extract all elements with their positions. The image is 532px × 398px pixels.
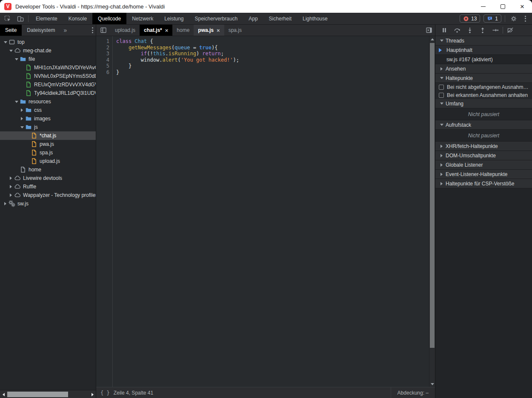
tree-item[interactable]: meg-chat.de [0, 46, 96, 55]
error-badge[interactable]: 13 [460, 14, 480, 23]
section-header-globale-listener[interactable]: Globale Listener [435, 160, 532, 170]
tree-item[interactable]: REUxQmVzRDVvVXV4dGVJN [0, 80, 96, 89]
line-number[interactable]: 2 [96, 45, 112, 51]
settings-gear-icon[interactable] [509, 14, 519, 23]
scrollbar-thumb[interactable] [7, 392, 68, 397]
line-number[interactable]: 4 [96, 57, 112, 63]
tree-item[interactable]: Ty94cldiekJRL1dPQ3l1UDVW [0, 89, 96, 97]
minimize-button[interactable] [473, 0, 493, 13]
code-line[interactable]: 1class Chat { [96, 38, 429, 45]
vertical-scrollbar[interactable] [429, 36, 435, 387]
section-header-umfang[interactable]: Umfang [435, 99, 532, 108]
section-header-ansehen[interactable]: Ansehen [435, 64, 532, 74]
issues-badge[interactable]: 1 [483, 14, 501, 23]
code-line[interactable]: 3 if(!this.isRunning) return; [96, 51, 429, 57]
scrollbar-thumb[interactable] [430, 43, 435, 348]
tree-item[interactable]: pwa.js [0, 140, 96, 148]
panel-collapse-left-icon[interactable] [96, 25, 111, 36]
chevron-collapsed-icon[interactable] [8, 193, 14, 197]
panel-tab-app[interactable]: App [243, 13, 263, 24]
scroll-up-icon[interactable] [429, 36, 435, 42]
section-header-xhr-fetch-haltepunkte[interactable]: XHR/fetch-Haltepunkte [435, 142, 532, 151]
editor-tab-chat.js[interactable]: chat.js*× [140, 25, 172, 36]
section-header-event-listener-haltepunkte[interactable]: Event-Listener-Haltepunkte [435, 170, 532, 179]
format-code-icon[interactable]: { } [96, 390, 114, 396]
code-line[interactable]: 4 window.alert('You got hacked!'); [96, 57, 429, 63]
editor-tab-pwa.js[interactable]: pwa.js× [194, 25, 224, 36]
editor-tab-home[interactable]: home [172, 25, 194, 36]
section-header-haltepunkte[interactable]: Haltepunkte [435, 74, 532, 83]
code-line[interactable]: 5 } [96, 63, 429, 69]
chevron-expanded-icon[interactable] [3, 41, 8, 43]
panel-tab-lighthouse[interactable]: Lighthouse [297, 13, 333, 24]
panel-tab-sicherheit[interactable]: Sicherheit [263, 13, 297, 24]
scroll-down-icon[interactable] [429, 381, 435, 387]
section-header-aufrufstack[interactable]: Aufrufstack [435, 120, 532, 130]
line-number[interactable]: 5 [96, 63, 112, 69]
panel-tab-leistung[interactable]: Leistung [159, 13, 189, 24]
breakpoint-option[interactable]: Bei erkannten Ausnahmen anhalten [435, 91, 532, 99]
tree-item[interactable]: js [0, 123, 96, 131]
tree-item[interactable]: Wappalyzer - Technology profiler [0, 191, 96, 199]
panel-show-right-icon[interactable] [426, 25, 435, 36]
close-button[interactable]: × [512, 0, 532, 13]
checkbox[interactable] [439, 93, 444, 98]
tree-item[interactable]: file [0, 55, 96, 63]
tree-item[interactable]: Livewire devtools [0, 174, 96, 182]
thread-item[interactable]: sw.js #167 (aktiviert) [435, 55, 532, 64]
kebab-menu-icon[interactable] [522, 16, 529, 22]
step-over-icon[interactable] [452, 26, 463, 35]
checkbox[interactable] [439, 85, 444, 90]
line-number[interactable]: 1 [96, 38, 112, 45]
tree-item[interactable]: Ruffle [0, 182, 96, 191]
editor-tab-upload.js[interactable]: upload.js [111, 25, 140, 36]
maximize-button[interactable] [493, 0, 512, 13]
navigator-tab-dateisystem[interactable]: Dateisystem [22, 25, 60, 36]
close-icon[interactable]: × [217, 28, 220, 33]
thread-item[interactable]: Hauptinhalt [435, 45, 532, 55]
chevron-expanded-icon[interactable] [19, 126, 25, 128]
scroll-right-icon[interactable] [89, 390, 96, 398]
device-toolbar-icon[interactable] [15, 14, 26, 23]
inspect-icon[interactable] [3, 14, 13, 23]
tree-item[interactable]: sw.js [0, 199, 96, 208]
tree-item[interactable]: top [0, 38, 96, 46]
panel-tab-quellcode[interactable]: Quellcode [92, 13, 126, 24]
close-icon[interactable]: × [165, 28, 169, 33]
deactivate-breakpoints-icon[interactable] [505, 26, 516, 35]
section-header-haltepunkte-f-r-csp-verst-e[interactable]: Haltepunkte für CSP-Verstöße [435, 179, 532, 188]
step-out-icon[interactable] [477, 26, 488, 35]
navigator-tab-seite[interactable]: Seite [0, 25, 22, 36]
line-number[interactable]: 6 [96, 69, 112, 76]
horizontal-scrollbar[interactable] [0, 390, 96, 398]
chevron-collapsed-icon[interactable] [19, 117, 25, 120]
code-editor[interactable]: 1class Chat {2 getNewMessages(queue = tr… [96, 36, 435, 387]
tree-item[interactable]: css [0, 106, 96, 114]
code-line[interactable]: 2 getNewMessages(queue = true){ [96, 45, 429, 51]
code-line[interactable]: 6} [96, 69, 429, 76]
chevron-expanded-icon[interactable] [14, 101, 19, 103]
editor-tab-spa.js[interactable]: spa.js [224, 25, 246, 36]
more-tabs-icon[interactable]: » [60, 25, 70, 36]
tree-item[interactable]: upload.js [0, 157, 96, 165]
step-into-icon[interactable] [464, 26, 475, 35]
breakpoint-option[interactable]: Bei nicht abgefangenen Ausnahm… [435, 83, 532, 91]
tree-item[interactable]: NVNvL0xPSEpNYms5S0dDM [0, 72, 96, 80]
pause-icon[interactable] [439, 26, 450, 35]
panel-tab-konsole[interactable]: Konsole [63, 13, 92, 24]
chevron-collapsed-icon[interactable] [3, 202, 8, 205]
chevron-collapsed-icon[interactable] [19, 108, 25, 112]
panel-tab-netzwerk[interactable]: Netzwerk [126, 13, 159, 24]
tree-item[interactable]: spa.js [0, 148, 96, 157]
scroll-left-icon[interactable] [0, 390, 7, 398]
section-header-threads[interactable]: Threads [435, 36, 532, 45]
tree-item[interactable]: images [0, 114, 96, 123]
tree-item[interactable]: MHI1cnJXaWN3VDlYeVAvQ1 [0, 63, 96, 72]
section-header-dom-umschaltpunkte[interactable]: DOM-Umschaltpunkte [435, 151, 532, 160]
tree-item[interactable]: *chat.js [0, 131, 96, 140]
tree-item[interactable]: home [0, 165, 96, 174]
chevron-collapsed-icon[interactable] [8, 185, 14, 188]
step-icon[interactable] [490, 26, 501, 35]
navigator-kebab-menu-icon[interactable] [89, 27, 96, 33]
tree-item[interactable]: resources [0, 97, 96, 106]
